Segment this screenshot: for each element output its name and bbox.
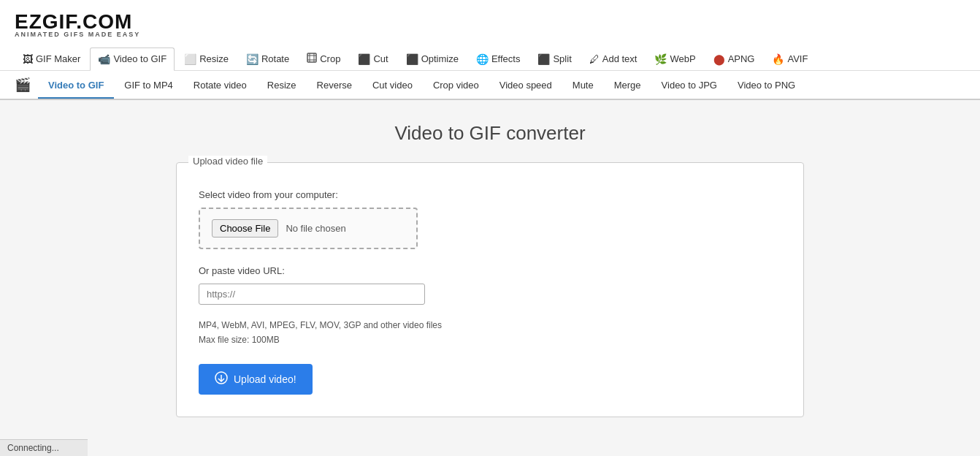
select-file-label: Select video from your computer: <box>199 189 781 200</box>
nav-resize[interactable]: ⬜ Resize <box>176 48 237 70</box>
upload-icon <box>215 371 228 387</box>
max-file-size: Max file size: 100MB <box>199 332 781 347</box>
logo: EZGIF.COM ANIMATED GIFS MADE EASY <box>15 10 140 38</box>
sub-nav-video-to-png[interactable]: Video to PNG <box>727 73 805 99</box>
sub-nav-rotate-video[interactable]: Rotate video <box>183 73 257 99</box>
upload-button[interactable]: Upload video! <box>199 364 313 395</box>
nav-apng[interactable]: ⬤ APNG <box>705 48 763 70</box>
nav-webp[interactable]: 🌿 WebP <box>646 48 703 70</box>
cut-icon: ⬛ <box>358 53 370 65</box>
sub-nav-merge[interactable]: Merge <box>604 73 651 99</box>
upload-button-label: Upload video! <box>234 373 296 385</box>
sub-nav-gif-to-mp4[interactable]: GIF to MP4 <box>114 73 183 99</box>
url-label: Or paste video URL: <box>199 265 781 276</box>
sub-nav-mute[interactable]: Mute <box>562 73 604 99</box>
sub-nav-crop-video[interactable]: Crop video <box>423 73 489 99</box>
effects-icon: 🌐 <box>476 53 489 65</box>
nav-cut[interactable]: ⬛ Cut <box>350 48 396 70</box>
sub-nav-reverse[interactable]: Reverse <box>307 73 362 99</box>
file-info: MP4, WebM, AVI, MPEG, FLV, MOV, 3GP and … <box>199 318 781 348</box>
page-title: Video to GIF converter <box>176 122 804 145</box>
logo-tagline: ANIMATED GIFS MADE EASY <box>15 31 140 38</box>
nav-add-text[interactable]: 🖊 Add text <box>581 48 646 70</box>
sub-nav-cut-video[interactable]: Cut video <box>362 73 423 99</box>
sub-nav-video-to-jpg[interactable]: Video to JPG <box>651 73 727 99</box>
nav-effects[interactable]: 🌐 Effects <box>468 48 529 70</box>
no-file-text: No file chosen <box>286 223 345 234</box>
nav-video-to-gif[interactable]: 📹 Video to GIF <box>90 48 175 71</box>
sub-navigation: 🎬 Video to GIF GIF to MP4 Rotate video R… <box>0 71 980 100</box>
video-to-gif-icon: 📹 <box>98 53 110 65</box>
file-input-area: Choose File No file chosen <box>199 208 418 249</box>
nav-rotate[interactable]: 🔄 Rotate <box>238 48 297 70</box>
optimize-icon: ⬛ <box>406 53 418 65</box>
webp-icon: 🌿 <box>654 53 667 65</box>
nav-crop[interactable]: Crop <box>299 47 348 70</box>
sub-nav-resize[interactable]: Resize <box>257 73 307 99</box>
apng-icon: ⬤ <box>713 53 725 65</box>
upload-box: Upload video file Select video from your… <box>176 162 804 417</box>
nav-gif-maker[interactable]: 🖼 GIF Maker <box>15 48 88 70</box>
nav-optimize[interactable]: ⬛ Optimize <box>398 48 467 70</box>
gif-maker-icon: 🖼 <box>23 53 33 65</box>
sub-nav-video-to-gif[interactable]: Video to GIF <box>38 73 114 99</box>
crop-icon <box>307 53 317 65</box>
main-content: Video to GIF converter Upload video file… <box>161 122 819 417</box>
header: EZGIF.COM ANIMATED GIFS MADE EASY 🖼 GIF … <box>0 0 980 71</box>
sub-nav-video-speed[interactable]: Video speed <box>489 73 562 99</box>
add-text-icon: 🖊 <box>589 53 600 65</box>
file-types: MP4, WebM, AVI, MPEG, FLV, MOV, 3GP and … <box>199 318 781 332</box>
url-input[interactable] <box>199 284 425 305</box>
choose-file-button[interactable]: Choose File <box>212 219 278 238</box>
nav-split[interactable]: ⬛ Split <box>529 48 579 70</box>
split-icon: ⬛ <box>537 53 550 65</box>
nav-avif[interactable]: 🔥 AVIF <box>764 48 816 70</box>
svg-rect-0 <box>307 53 316 62</box>
resize-icon: ⬜ <box>184 53 196 65</box>
sub-nav-video-icon: 🎬 <box>7 71 38 99</box>
avif-icon: 🔥 <box>772 53 784 65</box>
rotate-icon: 🔄 <box>246 53 259 65</box>
main-navigation: 🖼 GIF Maker 📹 Video to GIF ⬜ Resize 🔄 Ro… <box>15 47 965 70</box>
upload-legend: Upload video file <box>188 156 267 167</box>
